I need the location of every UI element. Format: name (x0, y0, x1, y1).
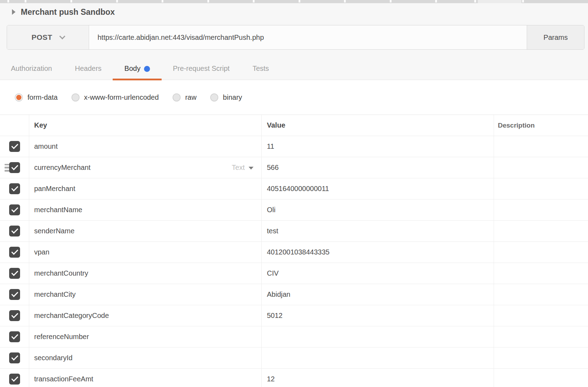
description-cell[interactable] (494, 221, 588, 241)
tab-tests[interactable]: Tests (252, 50, 269, 80)
caret-down-icon (249, 167, 254, 170)
tab-strip-notch (7, 0, 9, 2)
value-cell[interactable]: CIV (261, 263, 494, 284)
value-text: Abidjan (267, 290, 290, 299)
row-select-cell (0, 263, 29, 284)
value-cell[interactable]: 5012 (261, 305, 494, 326)
description-cell[interactable] (494, 178, 588, 199)
description-cell[interactable] (494, 348, 588, 368)
radio-icon[interactable] (15, 93, 23, 102)
description-cell[interactable] (494, 369, 588, 387)
table-row: transactionFeeAmt 12 (0, 369, 588, 387)
url-input[interactable]: https://carte.abidjan.net:443/visad/merc… (89, 25, 527, 49)
tab-strip-notch (116, 0, 118, 2)
row-select-cell (0, 348, 29, 368)
key-text: panMerchant (34, 185, 75, 193)
value-text: 4012001038443335 (267, 248, 330, 256)
tab-body[interactable]: Body (124, 50, 150, 80)
description-cell[interactable] (494, 242, 588, 263)
row-checkbox[interactable] (9, 374, 20, 385)
value-type-label: Text (232, 164, 245, 172)
table-header-row: Key Value Description (0, 115, 588, 136)
key-cell[interactable]: merchantCity (29, 284, 261, 305)
value-cell[interactable]: 12 (261, 369, 494, 387)
row-checkbox[interactable] (9, 247, 20, 258)
key-cell[interactable]: currencyMerchant Text (29, 157, 261, 178)
row-select-cell (0, 369, 29, 387)
row-checkbox[interactable] (9, 183, 20, 194)
value-text: 566 (267, 164, 279, 172)
radio-icon[interactable] (210, 93, 218, 102)
tab-authorization[interactable]: Authorization (11, 50, 52, 80)
radio-binary[interactable]: binary (210, 93, 242, 102)
table-row: merchantCategoryCode 5012 (0, 305, 588, 326)
key-cell[interactable]: merchantCategoryCode (29, 305, 261, 326)
value-cell[interactable]: test (261, 221, 494, 241)
value-text: 12 (267, 375, 275, 383)
table-row: vpan 4012001038443335 (0, 242, 588, 263)
key-text: transactionFeeAmt (34, 375, 93, 383)
row-select-cell (0, 305, 29, 326)
description-cell[interactable] (494, 305, 588, 326)
value-cell[interactable]: 566 (261, 157, 494, 178)
tab-strip-notch (435, 0, 437, 2)
tab-pre-request-script[interactable]: Pre-request Script (173, 50, 230, 80)
description-cell[interactable] (494, 326, 588, 347)
description-cell[interactable] (494, 263, 588, 284)
table-row: secondaryId (0, 348, 588, 369)
value-text: test (267, 227, 278, 235)
description-cell[interactable] (494, 136, 588, 157)
table-body: amount 11 currencyMerchant Text 566 (0, 136, 588, 387)
tab-strip-notch (253, 0, 255, 2)
row-select-cell (0, 326, 29, 347)
key-cell[interactable]: referenceNumber (29, 326, 261, 347)
row-checkbox[interactable] (9, 268, 20, 279)
value-cell[interactable]: 4051640000000011 (261, 178, 494, 199)
value-cell[interactable] (261, 326, 494, 347)
key-cell[interactable]: panMerchant (29, 178, 261, 199)
key-cell[interactable]: merchantCountry (29, 263, 261, 284)
radio-form-data[interactable]: form-data (15, 93, 58, 102)
radio-x-www-form-urlencoded[interactable]: x-www-form-urlencoded (71, 93, 159, 102)
key-cell[interactable]: vpan (29, 242, 261, 263)
row-checkbox[interactable] (9, 141, 20, 152)
radio-icon[interactable] (71, 93, 80, 102)
row-checkbox[interactable] (9, 352, 20, 363)
url-bar: POST https://carte.abidjan.net:443/visad… (7, 25, 584, 50)
row-checkbox[interactable] (9, 310, 20, 321)
value-cell[interactable]: Oli (261, 199, 494, 220)
tab-strip-notch (299, 0, 300, 2)
params-button[interactable]: Params (527, 25, 584, 49)
key-cell[interactable]: merchantName (29, 199, 261, 220)
description-cell[interactable] (494, 157, 588, 178)
tab-strip-notch (70, 0, 72, 2)
description-cell[interactable] (494, 199, 588, 220)
value-type-dropdown[interactable]: Text (232, 164, 261, 172)
method-dropdown[interactable]: POST (7, 25, 89, 49)
description-cell[interactable] (494, 284, 588, 305)
radio-icon[interactable] (173, 93, 181, 102)
table-row: amount 11 (0, 136, 588, 157)
key-cell[interactable]: senderName (29, 221, 261, 241)
radio-raw[interactable]: raw (173, 93, 196, 102)
tab-strip-notch (25, 0, 26, 2)
value-text: CIV (267, 269, 279, 277)
row-checkbox[interactable] (9, 331, 20, 342)
tab-headers[interactable]: Headers (75, 50, 102, 80)
active-tab-edge (478, 0, 521, 3)
key-cell[interactable]: amount (29, 136, 261, 157)
row-checkbox[interactable] (9, 289, 20, 300)
value-cell[interactable]: Abidjan (261, 284, 494, 305)
row-checkbox[interactable] (9, 162, 20, 173)
collapse-triangle-icon[interactable] (12, 9, 15, 15)
value-text: Oli (267, 206, 275, 214)
tab-strip-notch (390, 0, 392, 2)
key-cell[interactable]: transactionFeeAmt (29, 369, 261, 387)
row-checkbox[interactable] (9, 226, 20, 236)
value-cell[interactable]: 4012001038443335 (261, 242, 494, 263)
key-text: vpan (34, 248, 49, 256)
key-cell[interactable]: secondaryId (29, 348, 261, 368)
row-checkbox[interactable] (9, 204, 20, 215)
value-cell[interactable] (261, 348, 494, 368)
value-cell[interactable]: 11 (261, 136, 494, 157)
